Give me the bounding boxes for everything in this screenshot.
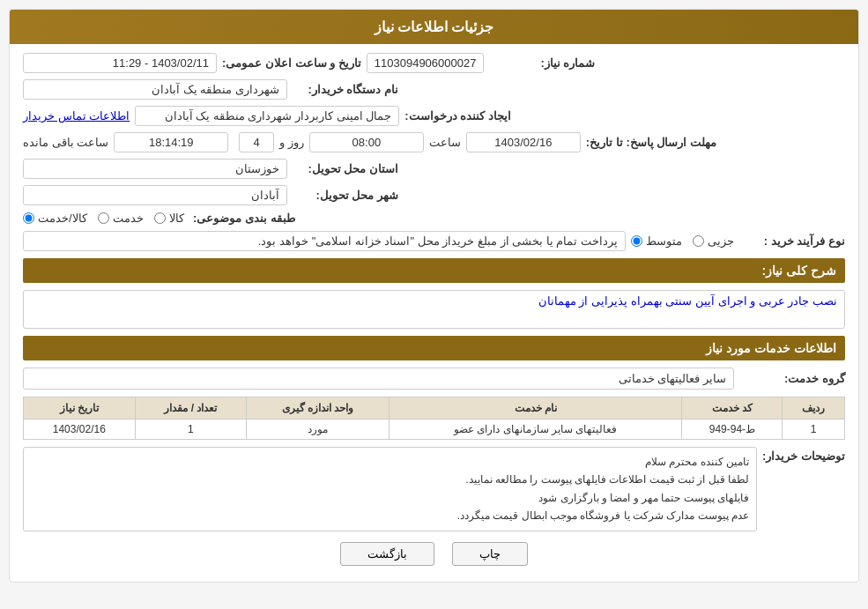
process-type-radio-group: جزیی متوسط (631, 234, 734, 248)
deadline-time: 08:00 (309, 132, 424, 152)
medium-radio: متوسط (631, 234, 682, 248)
col-need-date: تاریخ نیاز (24, 397, 136, 420)
contact-info-link[interactable]: اطلاعات تماس خریدار (23, 109, 130, 123)
goods-radio-input[interactable] (154, 212, 166, 224)
col-quantity: تعداد / مقدار (135, 397, 246, 420)
delivery-province-label: استان محل تحویل: (293, 162, 398, 175)
category-radio-group: کالا خدمت کالا/خدمت (23, 212, 184, 225)
col-unit: واحد اندازه گیری (247, 397, 389, 420)
need-number-value: 1103094906000027 (367, 53, 485, 73)
buyer-notes-line1: تامین کننده محترم سلام (31, 453, 749, 471)
buyer-notes-line2: لطفا قبل از ثبت قیمت اطلاعات فایلهای پیو… (31, 471, 749, 488)
col-row-number: ردیف (783, 397, 845, 420)
buyer-org-value: شهرداری منطقه یک آبادان (23, 79, 287, 100)
creator-value: جمال امینی کاربردار شهرداری منطقه یک آبا… (135, 106, 399, 126)
delivery-city-value: آبادان (23, 185, 287, 205)
category-row: طبقه بندی موضوعی: کالا خدمت کالا/خدمت (23, 212, 845, 225)
service-group-row: گروه خدمت: سایر فعالیتهای خدماتی (23, 368, 845, 390)
time-label: ساعت (429, 136, 461, 149)
partial-label: جزیی (708, 234, 734, 248)
medium-label: متوسط (646, 234, 682, 248)
service-radio: خدمت (98, 212, 144, 225)
table-row: 1 ط-94-949 فعالیتهای سایر سازمانهای دارا… (24, 420, 845, 440)
deadline-days: 4 (239, 132, 274, 152)
process-description: پرداخت تمام یا بخشی از مبلغ خریداز محل "… (23, 231, 626, 251)
need-description-value: نصب جادر عربی و اجرای آیین سنتی بهمراه پ… (23, 290, 845, 329)
buyer-notes-section: توضیحات خریدار: تامین کننده محترم سلام ل… (23, 447, 845, 531)
delivery-city-row: شهر محل تحویل: آبادان (23, 185, 845, 205)
buyer-notes-line3: فایلهای پیوست حتما مهر و امضا و بارگزاری… (31, 489, 749, 507)
service-radio-label: خدمت (113, 212, 144, 225)
goods-service-radio: کالا/خدمت (23, 212, 87, 225)
service-radio-input[interactable] (98, 212, 109, 224)
service-group-label: گروه خدمت: (739, 372, 845, 385)
remaining-label: ساعت باقی مانده (23, 136, 108, 149)
partial-radio: جزیی (693, 234, 734, 248)
process-type-row: نوع فرآیند خرید : جزیی متوسط پرداخت تمام… (23, 231, 845, 251)
cell-unit: مورد (247, 420, 389, 440)
buyer-org-row: نام دستگاه خریدار: شهرداری منطقه یک آباد… (23, 79, 845, 100)
category-label: طبقه بندی موضوعی: (189, 212, 295, 225)
need-description-header: شرح کلی نیاز: (23, 258, 845, 283)
deadline-row: مهلت ارسال پاسخ: تا تاریخ: 1403/02/16 سا… (23, 132, 845, 152)
cell-service-code: ط-94-949 (682, 420, 783, 440)
services-info-header: اطلاعات خدمات مورد نیاز (23, 336, 845, 360)
creator-label: ایجاد کننده درخواست: (404, 109, 511, 123)
deadline-remaining: 18:14:19 (114, 132, 228, 152)
cell-row-number: 1 (783, 420, 845, 440)
buyer-notes-label: توضیحات خریدار: (762, 447, 845, 463)
buyer-org-label: نام دستگاه خریدار: (293, 83, 398, 96)
need-number-row: شماره نیاز: 1103094906000027 تاریخ و ساع… (23, 53, 845, 73)
service-group-value: سایر فعالیتهای خدماتی (23, 368, 734, 390)
deadline-label: مهلت ارسال پاسخ: تا تاریخ: (586, 136, 716, 149)
buyer-notes-content: تامین کننده محترم سلام لطفا قبل از ثبت ق… (23, 447, 757, 531)
goods-radio: کالا (154, 212, 184, 225)
partial-radio-input[interactable] (693, 235, 704, 247)
need-number-label: شماره نیاز: (489, 56, 595, 70)
cell-quantity: 1 (135, 420, 246, 440)
cell-need-date: 1403/02/16 (24, 420, 136, 440)
delivery-province-value: خوزستان (23, 159, 287, 179)
medium-radio-input[interactable] (631, 235, 642, 247)
need-description-row: نصب جادر عربی و اجرای آیین سنتی بهمراه پ… (23, 290, 845, 329)
process-type-label: نوع فرآیند خرید : (739, 234, 845, 248)
cell-service-name: فعالیتهای سایر سازمانهای دارای عضو (389, 420, 682, 440)
deadline-date: 1403/02/16 (466, 132, 581, 152)
delivery-province-row: استان محل تحویل: خوزستان (23, 159, 845, 179)
delivery-city-label: شهر محل تحویل: (293, 189, 398, 202)
goods-radio-label: کالا (169, 212, 184, 225)
goods-service-radio-label: کالا/خدمت (38, 212, 87, 225)
buyer-notes-line4: عدم پیوست مدارک شرکت یا فروشگاه موجب ابط… (31, 507, 749, 524)
goods-service-radio-input[interactable] (23, 212, 34, 224)
col-service-name: نام خدمت (389, 397, 682, 420)
back-button[interactable]: بازگشت (340, 542, 434, 566)
creator-row: ایجاد کننده درخواست: جمال امینی کاربردار… (23, 106, 845, 126)
announce-datetime-label: تاریخ و ساعت اعلان عمومی: (222, 56, 361, 70)
page-title: جزئیات اطلاعات نیاز (10, 10, 858, 44)
days-label: روز و (279, 136, 304, 149)
services-table: ردیف کد خدمت نام خدمت واحد اندازه گیری ت… (23, 397, 845, 440)
print-button[interactable]: چاپ (452, 542, 528, 566)
announce-datetime-value: 1403/02/11 - 11:29 (23, 53, 217, 73)
services-table-section: ردیف کد خدمت نام خدمت واحد اندازه گیری ت… (23, 397, 845, 440)
action-buttons: چاپ بازگشت (23, 542, 845, 566)
col-service-code: کد خدمت (682, 397, 783, 420)
